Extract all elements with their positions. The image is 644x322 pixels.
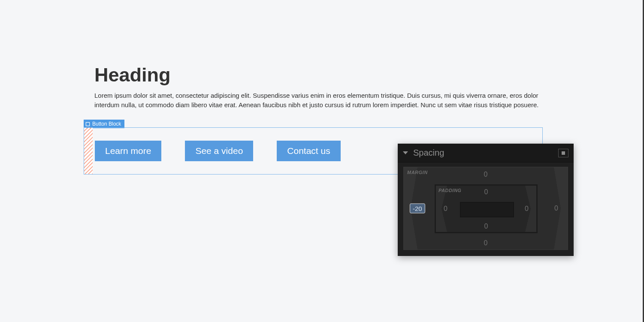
inspector-body: MARGIN 0 0 0 -20 PADDING 0 0 0 0 <box>398 163 574 256</box>
page-heading[interactable]: Heading <box>94 64 549 86</box>
inspector-section-header[interactable]: Spacing <box>398 144 574 163</box>
page-paragraph[interactable]: Lorem ipsum dolor sit amet, consectetur … <box>94 91 545 110</box>
margin-bottom-input[interactable]: 0 <box>484 239 488 247</box>
padding-right-input[interactable]: 0 <box>525 205 529 213</box>
cta-button-3[interactable]: Contact us <box>277 141 340 161</box>
padding-bottom-input[interactable]: 0 <box>484 223 488 230</box>
padding-left-input[interactable]: 0 <box>444 205 447 213</box>
negative-margin-indicator <box>84 128 93 174</box>
margin-left-input[interactable]: -20 <box>410 204 425 214</box>
svg-rect-0 <box>86 122 89 126</box>
selection-label-text: Button Block <box>92 120 121 127</box>
margin-top-input[interactable]: 0 <box>484 171 488 178</box>
margin-right-input[interactable]: 0 <box>554 205 558 212</box>
inspector-panel: Spacing MARGIN 0 0 0 -20 PADDING 0 0 0 0 <box>398 144 574 256</box>
margin-label: MARGIN <box>407 170 428 175</box>
caret-down-icon <box>403 151 408 154</box>
padding-box: PADDING 0 0 0 0 <box>435 184 538 233</box>
container-icon <box>85 122 90 126</box>
padding-top-input[interactable]: 0 <box>484 188 488 196</box>
page-canvas: Heading Lorem ipsum dolor sit amet, cons… <box>94 64 549 110</box>
box-model-control: MARGIN 0 0 0 -20 PADDING 0 0 0 0 <box>403 167 568 250</box>
value-origin-icon[interactable] <box>558 149 568 157</box>
cta-button-2[interactable]: See a video <box>185 141 253 161</box>
cta-button-1[interactable]: Learn more <box>95 141 161 161</box>
selection-label[interactable]: Button Block <box>84 120 124 128</box>
button-row: Learn more See a video Contact us <box>95 141 341 161</box>
padding-label: PADDING <box>438 188 461 193</box>
content-box <box>460 202 514 217</box>
inspector-section-title: Spacing <box>413 148 558 158</box>
